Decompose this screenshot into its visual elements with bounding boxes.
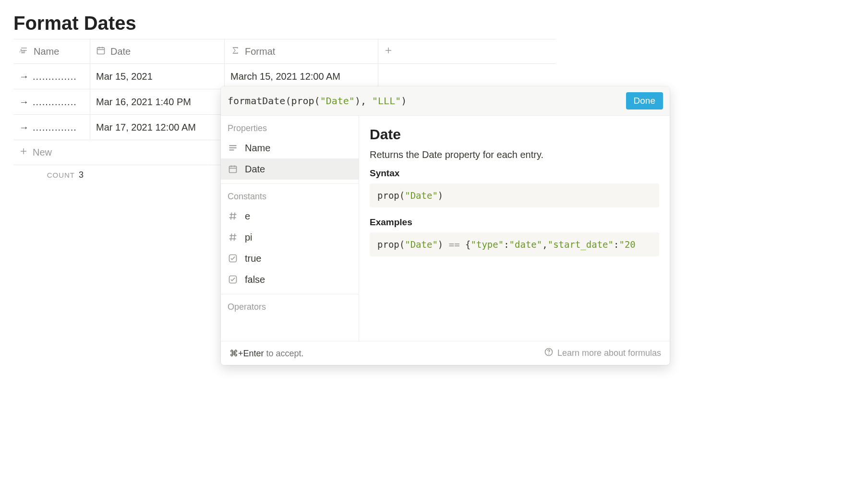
code-token-string: "Date" xyxy=(405,190,438,201)
constant-item-label: false xyxy=(245,274,265,285)
learn-more-link[interactable]: Learn more about formulas xyxy=(544,347,661,359)
cell-name[interactable]: → .............. xyxy=(13,115,90,140)
hash-icon xyxy=(228,232,238,242)
cell-name[interactable]: → .............. xyxy=(13,64,90,89)
cell-date[interactable]: Mar 15, 2021 xyxy=(90,64,225,89)
sigma-icon xyxy=(230,46,240,58)
count-label: COUNT xyxy=(47,171,75,179)
code-token: ) xyxy=(438,239,449,250)
column-header-name-label: Name xyxy=(34,46,59,57)
section-label-constants: Constants xyxy=(221,184,359,206)
cell-name[interactable]: → .............. xyxy=(13,89,90,114)
code-token-string: "Date" xyxy=(405,239,438,250)
constant-item-e[interactable]: e xyxy=(221,206,359,227)
svg-rect-1 xyxy=(97,48,105,54)
row-name-text: .............. xyxy=(33,122,77,133)
accept-hint: ⌘+Enter to accept. xyxy=(229,348,304,359)
checkbox-icon xyxy=(228,254,238,263)
property-item-label: Name xyxy=(245,143,270,154)
svg-rect-9 xyxy=(229,145,237,146)
detail-title: Date xyxy=(370,126,659,143)
help-icon xyxy=(544,347,554,359)
plus-icon xyxy=(384,46,393,57)
formula-input-bar: formatDate(prop("Date"), "LLL") Done xyxy=(221,86,670,116)
detail-description: Returns the Date property for each entry… xyxy=(370,149,659,160)
arrow-right-icon: → xyxy=(19,122,29,133)
detail-syntax-heading: Syntax xyxy=(370,168,659,179)
property-item-name[interactable]: Name xyxy=(221,137,359,158)
new-row-label: New xyxy=(33,147,52,158)
formula-token-string: "LLL" xyxy=(372,95,401,107)
learn-more-label: Learn more about formulas xyxy=(557,348,661,358)
checkbox-icon xyxy=(228,275,238,284)
formula-editor-body: Properties Name Date Constants e xyxy=(221,116,670,341)
formula-token-string: "Date" xyxy=(320,95,355,107)
svg-rect-10 xyxy=(229,147,237,148)
plus-icon xyxy=(19,147,28,158)
code-token-string: "start_date" xyxy=(548,239,614,250)
svg-rect-12 xyxy=(229,166,237,172)
count-summary[interactable]: COUNT 3 xyxy=(13,165,90,180)
code-token-string: "20 xyxy=(619,239,635,250)
table-row[interactable]: → .............. Mar 15, 2021 March 15, … xyxy=(13,64,556,89)
constant-item-label: e xyxy=(245,211,250,222)
constant-item-true[interactable]: true xyxy=(221,248,359,269)
row-name-text: .............. xyxy=(33,97,77,108)
arrow-right-icon: → xyxy=(19,97,29,108)
code-token-op: == xyxy=(449,239,460,250)
code-token: prop( xyxy=(377,190,405,201)
code-token-string: "date" xyxy=(509,239,542,250)
calendar-icon xyxy=(228,164,238,174)
detail-examples-heading: Examples xyxy=(370,217,659,228)
arrow-right-icon: → xyxy=(19,71,29,82)
constant-item-false[interactable]: false xyxy=(221,269,359,290)
formula-editor-footer: ⌘+Enter to accept. Learn more about form… xyxy=(221,341,670,365)
cell-empty xyxy=(378,64,556,89)
section-label-operators: Operators xyxy=(221,294,359,316)
formula-detail-panel: Date Returns the Date property for each … xyxy=(359,116,670,341)
syntax-code-block: prop("Date") xyxy=(370,183,659,207)
constant-item-label: pi xyxy=(245,232,253,243)
formula-input[interactable]: formatDate(prop("Date"), "LLL") xyxy=(228,95,626,107)
row-name-text: .............. xyxy=(33,71,77,82)
cell-date[interactable]: Mar 16, 2021 1:40 PM xyxy=(90,89,225,114)
formula-editor-popover: formatDate(prop("Date"), "LLL") Done Pro… xyxy=(221,86,670,365)
count-value: 3 xyxy=(79,170,84,180)
cell-date[interactable]: Mar 17, 2021 12:00 AM xyxy=(90,115,225,140)
cell-format[interactable]: March 15, 2021 12:00 AM xyxy=(225,64,378,89)
code-token: : xyxy=(504,239,509,250)
code-token: : xyxy=(614,239,619,250)
section-label-properties: Properties xyxy=(221,116,359,137)
column-header-format-label: Format xyxy=(245,46,275,57)
text-lines-icon xyxy=(228,143,238,153)
formula-token: formatDate(prop( xyxy=(228,95,320,107)
formula-suggestions-panel: Properties Name Date Constants e xyxy=(221,116,359,341)
done-button[interactable]: Done xyxy=(626,92,663,109)
example-code-block: prop("Date") == {"type":"date","start_da… xyxy=(370,232,659,256)
svg-rect-11 xyxy=(229,149,234,150)
hash-icon xyxy=(228,211,238,221)
property-item-date[interactable]: Date xyxy=(221,158,359,180)
code-token: ) xyxy=(438,190,443,201)
column-header-date[interactable]: Date xyxy=(90,39,225,63)
keyboard-shortcut: ⌘+Enter xyxy=(229,349,264,358)
text-icon: Aa xyxy=(19,46,29,58)
property-item-label: Date xyxy=(245,164,265,175)
add-column-button[interactable] xyxy=(378,39,556,63)
svg-text:Aa: Aa xyxy=(19,48,25,53)
column-header-date-label: Date xyxy=(110,46,131,57)
code-token-string: "type" xyxy=(471,239,504,250)
formula-token: ) xyxy=(401,95,407,107)
svg-point-19 xyxy=(548,353,549,354)
code-token: prop( xyxy=(377,239,405,250)
table-header-row: Aa Name Date Format xyxy=(13,39,556,64)
constant-item-label: true xyxy=(245,253,261,264)
hint-text: to accept. xyxy=(264,349,304,358)
column-header-name[interactable]: Aa Name xyxy=(13,39,90,63)
code-token: { xyxy=(460,239,471,250)
page-title: Format Dates xyxy=(0,0,868,39)
constant-item-pi[interactable]: pi xyxy=(221,227,359,248)
code-token: , xyxy=(542,239,547,250)
column-header-format[interactable]: Format xyxy=(225,39,378,63)
formula-token: ), xyxy=(355,95,372,107)
